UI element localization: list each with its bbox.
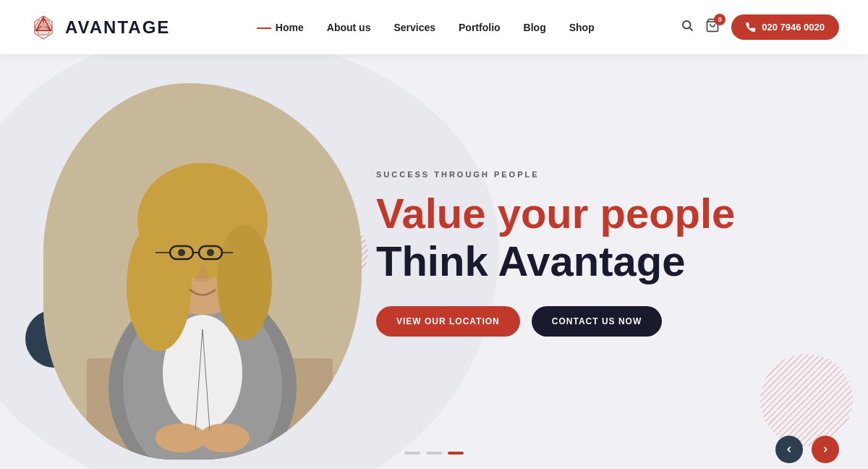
view-location-button[interactable]: VIEW OUR LOCATION (376, 306, 520, 337)
hero-title-line1: Value your people (376, 190, 796, 237)
hero-subtitle: SUCCESS THROUGH PEOPLE (376, 170, 796, 179)
header: AVANTAGE Home About us Services Portfoli… (0, 0, 868, 54)
nav-item-about[interactable]: About us (327, 22, 371, 33)
nav-actions: 0 020 7946 0020 (681, 14, 839, 40)
slider-dots (404, 452, 464, 455)
cart-badge: 0 (714, 14, 726, 25)
main-nav: Home About us Services Portfolio Blog Sh… (257, 22, 595, 33)
hero-content: SUCCESS THROUGH PEOPLE Value your people… (376, 170, 796, 337)
slider-dot-2[interactable] (426, 452, 442, 455)
search-icon (681, 19, 694, 32)
svg-point-23 (217, 224, 272, 340)
phone-icon (746, 22, 756, 33)
svg-point-8 (683, 21, 691, 29)
hero-title-line2: Think Avantage (376, 238, 796, 284)
phone-number: 020 7946 0020 (762, 22, 825, 33)
slider-next-button[interactable] (812, 436, 839, 463)
hero-image (43, 83, 362, 460)
svg-point-29 (178, 249, 185, 256)
phone-button[interactable]: 020 7946 0020 (731, 14, 839, 40)
nav-item-portfolio[interactable]: Portfolio (459, 22, 501, 33)
hero-buttons: VIEW OUR LOCATION CONTACT US NOW (376, 306, 796, 337)
chevron-right-icon (820, 444, 830, 455)
nav-item-blog[interactable]: Blog (524, 22, 546, 33)
contact-button[interactable]: CONTACT US NOW (532, 306, 662, 337)
svg-line-9 (690, 28, 693, 30)
logo-text: AVANTAGE (65, 17, 170, 38)
hero-section: SUCCESS THROUGH PEOPLE Value your people… (0, 54, 868, 469)
slider-dot-1[interactable] (404, 452, 420, 455)
slider-dot-3[interactable] (448, 452, 464, 455)
logo-icon (29, 13, 58, 42)
svg-point-32 (199, 423, 250, 452)
logo[interactable]: AVANTAGE (29, 13, 170, 42)
nav-item-shop[interactable]: Shop (569, 22, 595, 33)
svg-point-31 (156, 423, 206, 452)
search-button[interactable] (681, 19, 694, 35)
decorative-hatch-right (760, 353, 854, 447)
slider-prev-button[interactable] (775, 436, 803, 463)
cart-button[interactable]: 0 (705, 18, 720, 36)
nav-item-services[interactable]: Services (393, 22, 435, 33)
svg-point-22 (127, 221, 192, 351)
nav-item-home[interactable]: Home (257, 22, 304, 33)
chevron-left-icon (784, 444, 794, 455)
svg-point-30 (207, 249, 214, 256)
svg-point-14 (760, 354, 853, 447)
